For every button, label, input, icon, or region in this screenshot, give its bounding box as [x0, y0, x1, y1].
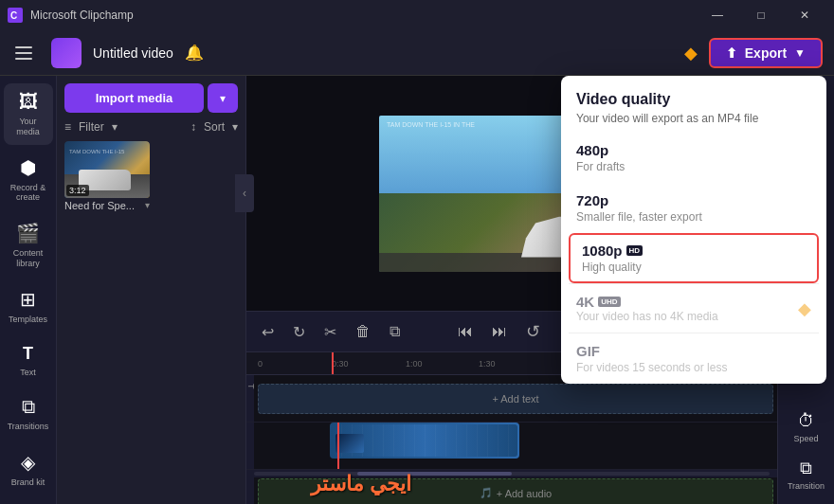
- close-button[interactable]: ✕: [783, 0, 826, 30]
- text-track-icon: T: [246, 384, 256, 389]
- import-dropdown-button[interactable]: ▾: [208, 83, 238, 113]
- export-dropdown-title: Video quality: [576, 91, 811, 108]
- media-name-row: Need for Spe... ▾: [64, 198, 150, 211]
- export-label: Export: [745, 45, 787, 61]
- media-thumbnail: TAM DOWN THE I-15 3:12: [64, 141, 150, 198]
- export-480p-label: 480p: [576, 142, 811, 158]
- export-720p-desc: Smaller file, faster export: [576, 210, 811, 224]
- transition-label: Transition: [788, 481, 825, 491]
- sidebar-item-your-media[interactable]: 🖼 Your media: [4, 83, 53, 145]
- export-dropdown-subtitle: Your video will export as an MP4 file: [576, 112, 811, 125]
- speed-label: Speed: [793, 434, 818, 443]
- sort-button[interactable]: Sort: [204, 120, 225, 134]
- ruler-mark-130: 1:30: [479, 359, 496, 369]
- add-audio-icon: 🎵: [480, 487, 493, 499]
- video-overlay-text: TAM DOWN THE I-15 IN THE: [387, 121, 475, 128]
- media-name-label: Need for Spe...: [64, 200, 135, 211]
- sidebar-item-content-library[interactable]: 🎬 Content library: [4, 214, 53, 277]
- sidebar-item-record-create[interactable]: ⬢ Record & create: [4, 149, 53, 211]
- sidebar-item-brand-kit[interactable]: ◈ Brand kit: [4, 443, 53, 495]
- app-title: Microsoft Clipchamp: [30, 9, 134, 22]
- brand-kit-icon: ◈: [21, 451, 35, 474]
- media-item[interactable]: TAM DOWN THE I-15 3:12 Need for Spe... ▾: [64, 141, 150, 211]
- undo-button[interactable]: ↩: [258, 319, 278, 345]
- export-option-720p[interactable]: 720p Smaller file, faster export: [561, 183, 826, 233]
- titlebar: C Microsoft Clipchamp — □ ✕: [0, 0, 834, 30]
- media-duration: 3:12: [66, 185, 89, 196]
- split-button[interactable]: ⧉: [386, 319, 404, 344]
- sidebar-item-transitions[interactable]: ⧉ Transitions: [4, 388, 53, 440]
- export-option-gif[interactable]: GIF For videos 15 seconds or less: [561, 333, 826, 384]
- record-create-icon: ⬢: [20, 156, 36, 179]
- project-name[interactable]: Untitled video: [93, 45, 173, 61]
- export-quality-dropdown: Video quality Your video will export as …: [561, 76, 826, 384]
- minimize-button[interactable]: —: [696, 0, 739, 30]
- ruler-mark-100: 1:00: [406, 359, 423, 369]
- export-gif-desc: For videos 15 seconds or less: [576, 361, 811, 374]
- sidebar-label-your-media: Your media: [8, 117, 49, 137]
- export-option-480p[interactable]: 480p For drafts: [561, 133, 826, 183]
- cut-button[interactable]: ✂: [320, 319, 340, 345]
- previous-frame-button[interactable]: ⏭: [488, 319, 511, 344]
- text-track-add[interactable]: + Add text: [258, 384, 773, 414]
- filter-button[interactable]: Filter: [79, 120, 104, 134]
- transitions-icon: ⧉: [22, 396, 35, 418]
- media-grid: TAM DOWN THE I-15 3:12 Need for Spe... ▾: [64, 141, 238, 211]
- content-library-icon: 🎬: [16, 222, 40, 244]
- text-track-label: T: [246, 375, 254, 422]
- import-btn-row: Import media ▾: [64, 83, 238, 113]
- video-playhead: [337, 423, 339, 469]
- export-option-1080p[interactable]: 1080pHD High quality: [569, 233, 819, 283]
- app-body: 🖼 Your media ⬢ Record & create 🎬 Content…: [0, 76, 834, 504]
- export-dropdown-header: Video quality Your video will export as …: [561, 76, 826, 133]
- premium-4k-icon: ◆: [798, 298, 811, 319]
- step-back-button[interactable]: ↺: [522, 317, 544, 346]
- filter-chevron: ▾: [112, 120, 118, 134]
- delete-button[interactable]: 🗑: [352, 319, 374, 344]
- collapse-panel-button[interactable]: ‹: [235, 174, 254, 212]
- export-gif-label: GIF: [576, 343, 811, 359]
- export-button[interactable]: ⬆ Export ▼: [709, 38, 823, 68]
- add-text-label: + Add text: [492, 393, 538, 405]
- ruler-mark-030: 0:30: [332, 359, 349, 369]
- video-track-content: [254, 423, 777, 469]
- sidebar-item-templates[interactable]: ⊞ Templates: [4, 280, 53, 333]
- sidebar-label-brand-kit: Brand kit: [11, 477, 45, 488]
- timeline-tracks: T + Add text: [246, 375, 777, 470]
- export-4k-label: 4K UHD: [576, 294, 718, 310]
- export-dropdown-arrow: ▼: [794, 46, 806, 60]
- notifications-icon[interactable]: 🔔: [185, 44, 204, 62]
- templates-icon: ⊞: [20, 288, 36, 311]
- speed-icon: ⏱: [798, 411, 815, 431]
- maximize-button[interactable]: □: [739, 0, 783, 30]
- titlebar-left: C Microsoft Clipchamp: [8, 8, 134, 23]
- filter-icon: ≡: [64, 120, 71, 134]
- speed-panel-item[interactable]: ⏱ Speed: [782, 405, 831, 449]
- import-media-button[interactable]: Import media: [64, 83, 204, 113]
- filter-sort-row: ≡ Filter ▾ ↕ Sort ▾: [64, 120, 238, 134]
- uhd-badge: UHD: [598, 297, 620, 307]
- media-chevron-icon: ▾: [145, 200, 150, 210]
- export-1080p-desc: High quality: [582, 261, 806, 274]
- sidebar-item-text[interactable]: T Text: [4, 336, 53, 386]
- left-panel: Import media ▾ ≡ Filter ▾ ↕ Sort ▾ TAM D…: [57, 76, 246, 504]
- hamburger-menu[interactable]: [11, 39, 40, 67]
- redo-button[interactable]: ↻: [289, 319, 309, 345]
- ruler-mark-0: 0: [258, 359, 263, 369]
- rewind-button[interactable]: ⏮: [454, 319, 477, 344]
- video-clip[interactable]: [330, 423, 519, 459]
- export-option-4k[interactable]: 4K UHD Your video has no 4K media ◆: [561, 284, 826, 333]
- export-upload-icon: ⬆: [726, 45, 737, 61]
- sidebar: 🖼 Your media ⬢ Record & create 🎬 Content…: [0, 76, 57, 504]
- transition-panel-item[interactable]: ⧉ Transition: [782, 453, 831, 496]
- project-icon: [51, 38, 82, 68]
- main-toolbar: Untitled video 🔔 ◆ ⬆ Export ▼: [0, 30, 834, 76]
- sidebar-label-templates: Templates: [9, 315, 47, 325]
- watermark-text: ايجي ماستر: [311, 472, 411, 496]
- titlebar-controls: — □ ✕: [696, 0, 826, 30]
- premium-icon[interactable]: ◆: [684, 43, 698, 63]
- svg-text:C: C: [10, 10, 17, 21]
- app-icon: C: [8, 8, 23, 23]
- audio-track-label: [246, 470, 254, 504]
- your-media-icon: 🖼: [19, 91, 38, 113]
